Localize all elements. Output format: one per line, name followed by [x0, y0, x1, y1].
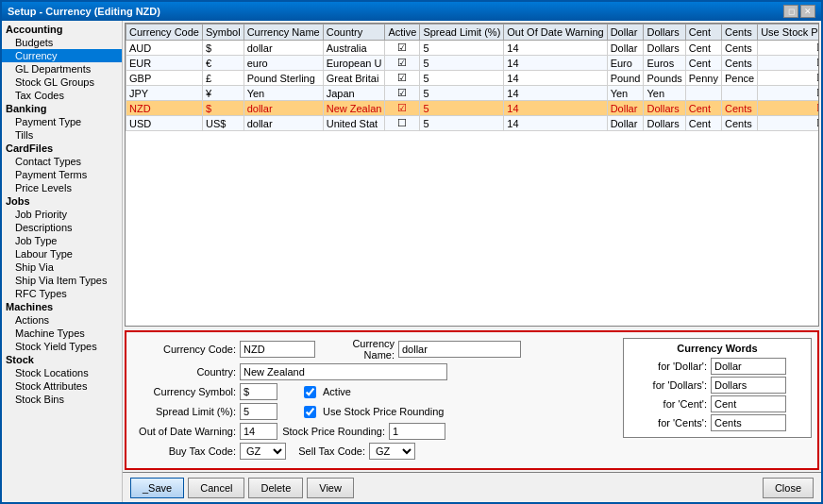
currency-table-container[interactable]: Currency Code Symbol Currency Name Count… — [125, 23, 819, 327]
selltax-label: Sell Tax Code: — [290, 445, 365, 457]
form-row-code: Currency Code: Currency Name: — [132, 338, 615, 361]
cw-row-cent: for 'Cent': — [631, 395, 803, 412]
titlebar: Setup - Currency (Editing NZD) ◻ ✕ — [2, 2, 821, 21]
sidebar-section-cardfiles[interactable]: CardFiles — [2, 142, 122, 155]
country-input[interactable] — [240, 363, 447, 380]
sidebar-item-budgets[interactable]: Budgets — [2, 36, 122, 49]
cw-row-dollar: for 'Dollar': — [631, 358, 803, 375]
dollars-input[interactable] — [711, 377, 786, 394]
currency-name-input[interactable] — [398, 341, 521, 358]
usestock-label: Use Stock Price Rounding — [323, 406, 444, 417]
cent-input[interactable] — [711, 395, 786, 412]
sidebar-section-banking[interactable]: Banking — [2, 102, 122, 115]
form-row-buytax: Buy Tax Code: GZ GST EX FRE Sell Tax Cod… — [132, 443, 615, 460]
sidebar-item-labourtype[interactable]: Labour Type — [2, 247, 122, 260]
col-active[interactable]: Active — [385, 25, 420, 41]
sidebar-item-taxcodes[interactable]: Tax Codes — [2, 89, 122, 102]
sidebar-item-paymentterms[interactable]: Payment Terms — [2, 168, 122, 181]
col-cents[interactable]: Cents — [721, 25, 757, 41]
form-row-country: Country: — [132, 363, 615, 380]
active-label: Active — [323, 386, 351, 397]
col-dollar[interactable]: Dollar — [607, 25, 644, 41]
active-checkbox[interactable] — [304, 386, 316, 398]
col-spread[interactable]: Spread Limit (%) — [420, 25, 504, 41]
col-outofdate[interactable]: Out Of Date Warning — [504, 25, 607, 41]
form-row-symbol: Currency Symbol: Active — [132, 383, 615, 400]
save-button[interactable]: _Save — [130, 478, 184, 498]
sidebar-item-jobtype[interactable]: Job Type — [2, 234, 122, 247]
close-button[interactable]: ✕ — [800, 5, 815, 18]
table-row[interactable]: JPY¥YenJapan☑514YenYen☐100 — [126, 86, 820, 101]
sidebar-item-pricelevels[interactable]: Price Levels — [2, 181, 122, 194]
table-row[interactable]: NZD$dollarNew Zealan☑514DollarDollarsCen… — [126, 101, 820, 116]
sidebar-section-machines[interactable]: Machines — [2, 300, 122, 313]
spread-input[interactable] — [240, 403, 277, 420]
cw-row-cents: for 'Cents': — [631, 414, 803, 431]
sidebar-section-accounting[interactable]: Accounting — [2, 23, 122, 36]
sidebar-item-descriptions[interactable]: Descriptions — [2, 221, 122, 234]
close-button[interactable]: Close — [763, 478, 814, 498]
sidebar-item-actions[interactable]: Actions — [2, 313, 122, 327]
cent-label: for 'Cent': — [631, 398, 707, 410]
col-cent[interactable]: Cent — [685, 25, 721, 41]
buytax-select[interactable]: GZ GST EX FRE — [240, 443, 286, 460]
selltax-select[interactable]: GZ GST EX FRE — [369, 443, 415, 460]
currency-words-box: Currency Words for 'Dollar': for 'Dollar… — [623, 338, 812, 438]
symbol-input[interactable] — [240, 383, 277, 400]
col-name[interactable]: Currency Name — [244, 25, 323, 41]
buytax-label: Buy Tax Code: — [132, 445, 236, 457]
sidebar-item-stockglgroups[interactable]: Stock GL Groups — [2, 76, 122, 89]
main-window: Setup - Currency (Editing NZD) ◻ ✕ Accou… — [0, 0, 823, 504]
currency-words-panel: Currency Words for 'Dollar': for 'Dollar… — [623, 338, 812, 462]
usestock-checkbox[interactable] — [304, 406, 316, 418]
col-symbol[interactable]: Symbol — [202, 25, 244, 41]
sidebar-item-currency[interactable]: Currency — [2, 49, 122, 62]
form-row-spread: Spread Limit (%): Use Stock Price Roundi… — [132, 403, 615, 420]
main-content: Accounting Budgets Currency GL Departmen… — [2, 21, 821, 502]
cancel-button[interactable]: Cancel — [188, 478, 244, 498]
col-dollars[interactable]: Dollars — [644, 25, 685, 41]
action-buttons: _Save Cancel Delete View — [130, 478, 354, 498]
form-row-outofdate: Out of Date Warning: Stock Price Roundin… — [132, 423, 615, 440]
sidebar-item-gldepartments[interactable]: GL Departments — [2, 62, 122, 76]
currency-table: Currency Code Symbol Currency Name Count… — [126, 24, 819, 131]
edit-main: Currency Code: Currency Name: Country: — [132, 338, 812, 462]
currency-name-label: Currency Name: — [319, 338, 395, 361]
spread-label: Spread Limit (%): — [132, 406, 236, 417]
window-controls: ◻ ✕ — [783, 5, 815, 18]
sidebar-item-rfctypes[interactable]: RFC Types — [2, 287, 122, 300]
delete-button[interactable]: Delete — [248, 478, 303, 498]
cents-label: for 'Cents': — [631, 417, 707, 428]
sidebar-item-stockattributes[interactable]: Stock Attributes — [2, 379, 122, 393]
view-button[interactable]: View — [307, 478, 354, 498]
table-row[interactable]: EUR€euroEuropean U☑514EuroEurosCentCents… — [126, 56, 820, 71]
sidebar-item-jobpriority[interactable]: Job Priority — [2, 208, 122, 221]
sidebar-item-shipvia[interactable]: Ship Via — [2, 260, 122, 274]
sidebar-item-stockbins[interactable]: Stock Bins — [2, 393, 122, 406]
restore-button[interactable]: ◻ — [783, 5, 798, 18]
edit-left: Currency Code: Currency Name: Country: — [132, 338, 615, 462]
sidebar-item-stockyieldtypes[interactable]: Stock Yield Types — [2, 340, 122, 353]
table-row[interactable]: USDUS$dollarUnited Stat☐514DollarDollars… — [126, 116, 820, 131]
country-label: Country: — [132, 366, 236, 378]
sidebar-item-contacttypes[interactable]: Contact Types — [2, 155, 122, 168]
sidebar-section-stock[interactable]: Stock — [2, 353, 122, 366]
currency-code-input[interactable] — [240, 341, 315, 358]
outofdate-label: Out of Date Warning: — [132, 426, 236, 437]
symbol-label: Currency Symbol: — [132, 386, 236, 397]
stockprice-input[interactable] — [389, 423, 445, 440]
sidebar-item-stocklocations[interactable]: Stock Locations — [2, 366, 122, 379]
sidebar-item-tills[interactable]: Tills — [2, 128, 122, 142]
outofdate-input[interactable] — [240, 423, 277, 440]
col-country[interactable]: Country — [323, 25, 385, 41]
col-code[interactable]: Currency Code — [126, 25, 203, 41]
sidebar-item-paymenttype[interactable]: Payment Type — [2, 115, 122, 128]
sidebar-item-machinetypes[interactable]: Machine Types — [2, 327, 122, 340]
dollar-input[interactable] — [711, 358, 786, 375]
sidebar-section-jobs[interactable]: Jobs — [2, 194, 122, 208]
table-row[interactable]: AUD$dollarAustralia☑514DollarDollarsCent… — [126, 41, 820, 56]
sidebar-item-shipviaitemtypes[interactable]: Ship Via Item Types — [2, 274, 122, 287]
table-row[interactable]: GBP£Pound SterlingGreat Britai☑514PoundP… — [126, 71, 820, 86]
col-usestock[interactable]: Use Stock Price Rounding — [758, 25, 819, 41]
cents-input[interactable] — [711, 414, 786, 431]
